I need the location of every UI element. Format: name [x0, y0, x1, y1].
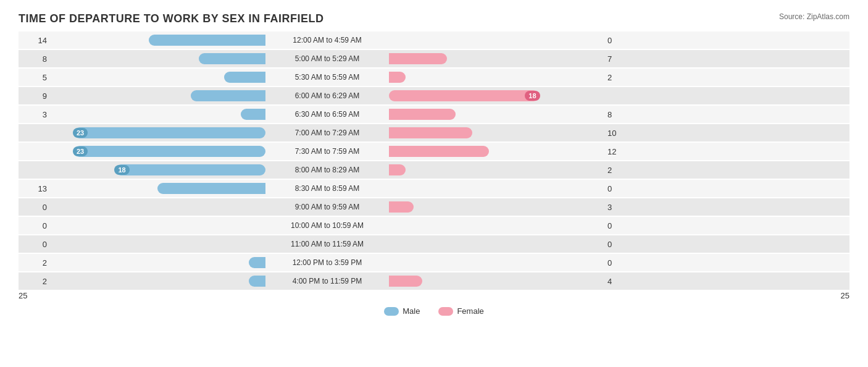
male-bar-area: 18 [49, 161, 265, 179]
time-label: 9:00 AM to 9:59 AM [265, 203, 389, 211]
male-bar-area [49, 217, 265, 234]
female-value: 12 [605, 147, 636, 156]
male-bar [249, 276, 265, 287]
female-bar-area [389, 180, 605, 197]
chart-row: 011:00 AM to 11:59 AM0 [19, 235, 849, 253]
male-badge: 23 [73, 146, 88, 156]
female-value: 0 [605, 184, 636, 193]
female-label: Female [457, 306, 483, 316]
male-bar-area [49, 254, 265, 271]
axis-left-label: 25 [19, 291, 265, 300]
time-label: 6:00 AM to 6:29 AM [265, 91, 389, 100]
time-label: 7:30 AM to 7:59 AM [265, 147, 389, 156]
male-bar: 18 [115, 164, 265, 175]
male-value: 0 [19, 240, 49, 249]
female-bar-area [389, 198, 605, 216]
legend-female: Female [438, 306, 483, 316]
male-bar-area [49, 50, 265, 67]
male-badge: 18 [114, 165, 129, 175]
female-value: 0 [605, 36, 636, 45]
time-label: 4:00 PM to 11:59 PM [265, 277, 389, 285]
female-bar [389, 201, 414, 213]
chart-row: 188:00 AM to 8:29 AM2 [19, 161, 849, 179]
female-bar [389, 276, 422, 287]
time-label: 12:00 PM to 3:59 PM [265, 258, 389, 267]
male-bar [157, 183, 265, 194]
female-bar-area [389, 69, 605, 86]
female-value: 0 [605, 240, 636, 249]
chart-row: 237:00 AM to 7:29 AM10 [19, 124, 849, 141]
time-label: 8:00 AM to 8:29 AM [265, 166, 389, 174]
bottom-axis: 25 25 [19, 291, 849, 300]
female-value: 10 [605, 129, 636, 138]
female-bar-area [389, 161, 605, 179]
male-bar-area: 23 [49, 143, 265, 160]
source-text: Source: ZipAtlas.com [779, 12, 849, 21]
male-swatch [384, 307, 399, 316]
male-value: 0 [19, 221, 49, 230]
male-bar-area [49, 69, 265, 86]
male-value: 8 [19, 54, 49, 64]
chart-row: 24:00 PM to 11:59 PM4 [19, 272, 849, 290]
time-label: 7:00 AM to 7:29 AM [265, 129, 389, 137]
chart-row: 138:30 AM to 8:59 AM0 [19, 180, 849, 197]
female-value: 4 [605, 277, 636, 286]
female-bar [389, 146, 489, 157]
female-bar-area [389, 272, 605, 290]
female-value: 2 [605, 166, 636, 175]
male-bar [191, 90, 265, 101]
chart-row: 96:00 AM to 6:29 AM18 [19, 87, 849, 104]
male-value: 2 [19, 258, 49, 268]
chart-row: 55:30 AM to 5:59 AM2 [19, 69, 849, 86]
legend-male: Male [384, 306, 420, 316]
male-bar [224, 72, 265, 83]
male-value: 0 [19, 203, 49, 212]
chart-row: 212:00 PM to 3:59 PM0 [19, 254, 849, 271]
male-value: 2 [19, 277, 49, 286]
female-value: 3 [605, 203, 636, 212]
time-label: 5:00 AM to 5:29 AM [265, 54, 389, 63]
chart-row: 36:30 AM to 6:59 AM8 [19, 106, 849, 123]
female-value: 8 [605, 110, 636, 119]
female-bar-area: 18 [389, 87, 605, 104]
female-bar [389, 164, 406, 175]
female-bar [389, 109, 456, 120]
chart-title: TIME OF DEPARTURE TO WORK BY SEX IN FAIR… [19, 12, 849, 25]
chart-row: 010:00 AM to 10:59 AM0 [19, 217, 849, 234]
male-value: 5 [19, 73, 49, 82]
female-bar-area [389, 217, 605, 234]
male-value: 14 [19, 36, 49, 45]
male-bar: 23 [74, 127, 265, 138]
male-bar-area [49, 198, 265, 216]
time-label: 12:00 AM to 4:59 AM [265, 36, 389, 44]
female-bar-area [389, 143, 605, 160]
male-bar-area [49, 106, 265, 123]
female-bar-area [389, 32, 605, 49]
male-bar [241, 109, 265, 120]
female-bar [389, 53, 447, 64]
male-value: 3 [19, 110, 49, 119]
axis-right-label: 25 [265, 291, 849, 300]
female-bar-area [389, 106, 605, 123]
time-label: 6:30 AM to 6:59 AM [265, 110, 389, 119]
male-value: 9 [19, 91, 49, 101]
female-bar-area [389, 50, 605, 67]
male-bar-area [49, 32, 265, 49]
male-bar-area [49, 235, 265, 253]
chart-row: 1412:00 AM to 4:59 AM0 [19, 32, 849, 49]
female-bar-area [389, 124, 605, 141]
female-bar-area [389, 235, 605, 253]
male-bar-area [49, 180, 265, 197]
male-bar [199, 53, 265, 64]
time-label: 5:30 AM to 5:59 AM [265, 73, 389, 82]
legend: Male Female [19, 306, 849, 316]
female-badge: 18 [525, 91, 540, 101]
time-label: 11:00 AM to 11:59 AM [265, 240, 389, 248]
chart-row: 85:00 AM to 5:29 AM7 [19, 50, 849, 67]
chart-row: 09:00 AM to 9:59 AM3 [19, 198, 849, 216]
male-value: 13 [19, 184, 49, 193]
female-value: 0 [605, 221, 636, 230]
time-label: 8:30 AM to 8:59 AM [265, 184, 389, 193]
female-value: 0 [605, 258, 636, 268]
male-label: Male [403, 306, 420, 316]
